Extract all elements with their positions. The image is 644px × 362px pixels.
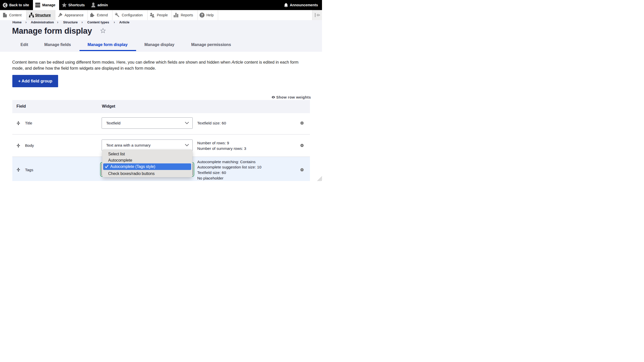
svg-text:?: ? [201,13,203,17]
